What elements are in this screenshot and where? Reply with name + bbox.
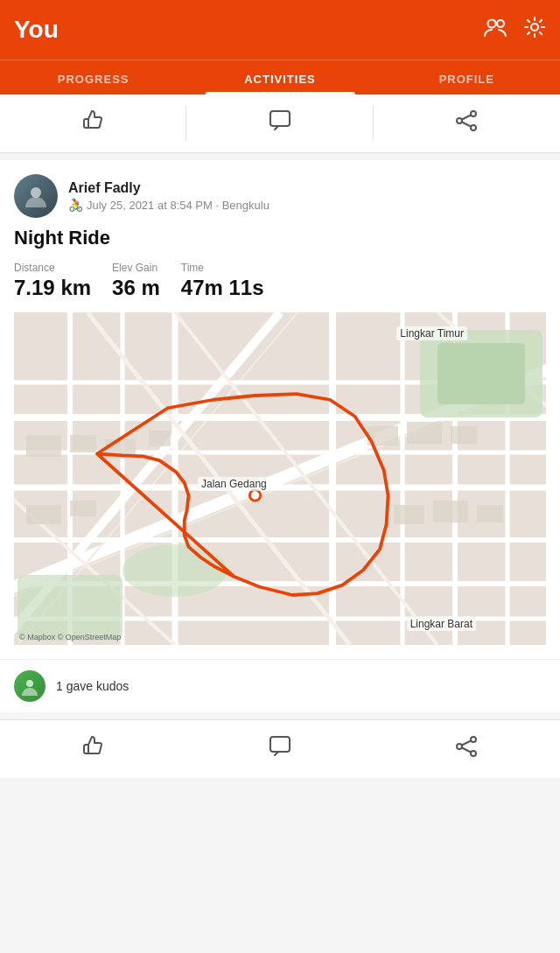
svg-rect-3 (270, 111, 290, 126)
settings-icon[interactable] (523, 16, 546, 44)
user-name: Arief Fadly (68, 180, 270, 196)
user-info: Arief Fadly 🚴 July 25, 2021 at 8:54 PM ·… (68, 180, 270, 212)
tab-bar: PROGRESS ACTIVITIES PROFILE (0, 60, 560, 95)
svg-point-0 (488, 20, 496, 28)
svg-rect-52 (270, 737, 290, 752)
tab-activities[interactable]: ACTIVITIES (186, 60, 373, 95)
svg-point-51 (26, 680, 33, 687)
stat-elev-label: Elev Gain (112, 262, 160, 274)
activity-title: Night Ride (14, 227, 546, 249)
like-icon-bottom (81, 734, 106, 764)
svg-line-56 (462, 741, 471, 746)
top-action-bar (0, 95, 560, 153)
stat-elev: Elev Gain 36 m (112, 262, 160, 300)
comment-icon-bottom (268, 734, 292, 764)
comment-button-top[interactable] (186, 95, 373, 152)
bike-icon: 🚴 (68, 198, 83, 212)
avatar-image (14, 174, 58, 218)
kudos-text: 1 gave kudos (56, 679, 129, 693)
stat-time: Time 47m 11s (181, 262, 264, 300)
activity-card: Arief Fadly 🚴 July 25, 2021 at 8:54 PM ·… (0, 160, 560, 659)
svg-line-8 (462, 123, 471, 127)
tab-progress[interactable]: PROGRESS (0, 60, 186, 95)
friends-icon[interactable] (483, 15, 508, 45)
comment-icon-top (268, 109, 292, 138)
svg-point-2 (531, 24, 538, 31)
map-copyright: © Mapbox © OpenStreetMap (19, 633, 121, 641)
avatar[interactable] (14, 174, 58, 218)
stats-row: Distance 7.19 km Elev Gain 36 m Time 47m… (14, 262, 546, 300)
svg-point-55 (471, 751, 476, 756)
share-icon-top (454, 109, 479, 138)
stat-time-label: Time (181, 262, 264, 274)
stat-time-value: 47m 11s (181, 276, 264, 300)
comment-button-bottom[interactable] (186, 720, 373, 778)
share-icon-bottom (454, 734, 479, 764)
like-button-bottom[interactable] (0, 720, 186, 778)
svg-point-50 (251, 491, 260, 500)
header: You (0, 0, 560, 60)
svg-line-7 (462, 116, 471, 120)
kudos-avatar (14, 670, 46, 702)
stat-distance-label: Distance (14, 262, 91, 274)
kudos-row: 1 gave kudos (0, 659, 560, 712)
map-label-jalan-gedang: Jalan Gedang (198, 477, 270, 491)
svg-point-54 (457, 744, 462, 749)
bottom-action-bar (0, 719, 560, 778)
map-label-lingkar-timur: Lingkar Timur (396, 326, 467, 340)
like-button-top[interactable] (0, 95, 186, 152)
activity-map[interactable]: Lingkar Timur Jalan Gedang Lingkar Barat… (14, 312, 546, 645)
map-label-lingkar-barat: Lingkar Barat (407, 617, 476, 631)
stat-distance-value: 7.19 km (14, 276, 91, 300)
svg-point-6 (471, 125, 476, 130)
svg-point-4 (471, 111, 476, 116)
user-meta: 🚴 July 25, 2021 at 8:54 PM · Bengkulu (68, 198, 270, 212)
user-meta-text: July 25, 2021 at 8:54 PM · Bengkulu (87, 199, 270, 212)
share-button-top[interactable] (374, 95, 560, 152)
header-icons (483, 15, 546, 45)
like-icon-top (81, 109, 106, 138)
stat-elev-value: 36 m (112, 276, 160, 300)
user-row: Arief Fadly 🚴 July 25, 2021 at 8:54 PM ·… (14, 174, 546, 218)
svg-point-9 (31, 187, 41, 198)
stat-distance: Distance 7.19 km (14, 262, 91, 300)
tab-profile[interactable]: PROFILE (374, 60, 560, 95)
svg-point-53 (471, 737, 476, 742)
svg-point-1 (497, 20, 504, 27)
svg-point-5 (457, 118, 462, 123)
page-title: You (14, 16, 59, 44)
share-button-bottom[interactable] (374, 720, 560, 778)
svg-line-57 (462, 748, 471, 753)
